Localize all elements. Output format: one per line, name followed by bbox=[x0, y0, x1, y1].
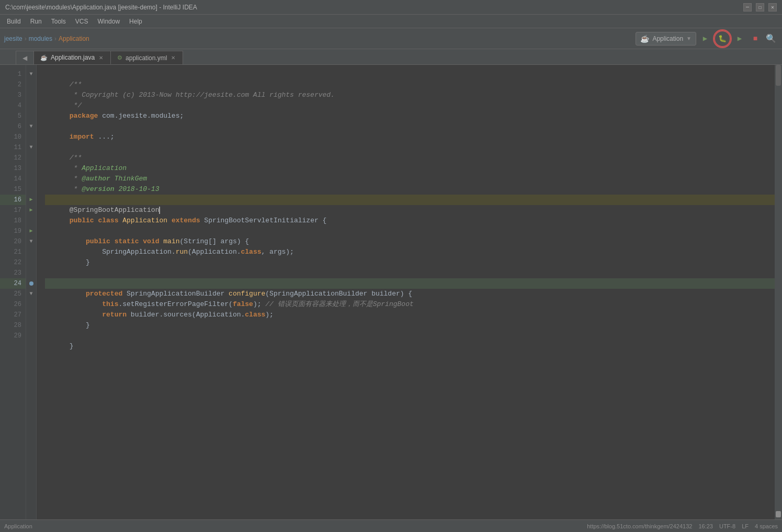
menu-tools[interactable]: Tools bbox=[47, 16, 70, 27]
gutter-28 bbox=[26, 320, 36, 331]
window-title: C:\com\jeesite\modules\Application.java … bbox=[5, 4, 197, 11]
editor-container: 1 2 3 4 5 6 10 11 12 13 14 15 16 17 18 1… bbox=[0, 65, 782, 519]
code-line-19: public static void main(String[] args) { bbox=[45, 226, 782, 236]
gutter-fold-1[interactable]: ▼ bbox=[26, 69, 36, 80]
tab-label-java: Application.java bbox=[51, 54, 95, 61]
line-num-25: 25 bbox=[0, 289, 26, 299]
minimize-button[interactable]: — bbox=[743, 3, 752, 12]
status-url[interactable]: https://blog.51cto.com/thinkgem/2424132 bbox=[587, 523, 692, 529]
gutter-fold-24b[interactable]: ▼ bbox=[26, 289, 36, 299]
code-line-23: @Override bbox=[45, 268, 782, 278]
code-line-27: } bbox=[45, 310, 782, 320]
code-editor[interactable]: /** * Copyright (c) 2013-Now http://jees… bbox=[37, 65, 782, 519]
debug-button-container[interactable]: 🐛 bbox=[714, 30, 731, 47]
toolbar: jeesite › modules › Application ☕ Applic… bbox=[0, 28, 782, 49]
scroll-thumb[interactable] bbox=[776, 65, 781, 86]
status-encoding[interactable]: UTF-8 bbox=[719, 523, 735, 529]
breadcrumb: jeesite › modules › Application bbox=[4, 35, 89, 42]
code-line-24: protected SpringApplicationBuilder confi… bbox=[45, 278, 782, 289]
gutter-run-17[interactable]: ▶ bbox=[26, 205, 36, 216]
line-num-13: 13 bbox=[0, 163, 26, 174]
gutter-14 bbox=[26, 174, 36, 184]
line-num-16: 16 bbox=[0, 195, 26, 205]
tab-collapse-btn[interactable]: ◀ bbox=[16, 51, 34, 64]
gutter-2 bbox=[26, 80, 36, 90]
status-position[interactable]: 16:23 bbox=[698, 523, 713, 529]
line-num-27: 27 bbox=[0, 310, 26, 320]
code-line-1: /** bbox=[45, 69, 782, 80]
minimap-icon[interactable] bbox=[776, 511, 781, 517]
breadcrumb-sep-2: › bbox=[54, 35, 56, 42]
gutter-12 bbox=[26, 153, 36, 163]
close-button[interactable]: ✕ bbox=[768, 3, 777, 12]
code-line-25: this.setRegisterErrorPageFilter(false); … bbox=[45, 289, 782, 299]
line-num-20: 20 bbox=[0, 236, 26, 247]
stop-button[interactable]: ■ bbox=[749, 32, 762, 46]
status-line-separator[interactable]: LF bbox=[742, 523, 749, 529]
gutter-29 bbox=[26, 331, 36, 341]
run-config-label: Application bbox=[652, 35, 683, 42]
menu-window[interactable]: Window bbox=[93, 16, 124, 27]
menu-vcs[interactable]: VCS bbox=[71, 16, 93, 27]
code-line-14: * @version 2018-10-13 bbox=[45, 174, 782, 184]
code-line-3: */ bbox=[45, 90, 782, 100]
code-line-15: */ bbox=[45, 184, 782, 195]
breadcrumb-project[interactable]: jeesite bbox=[4, 35, 22, 42]
code-line-12: * Application bbox=[45, 153, 782, 163]
run-config-selector[interactable]: ☕ Application ▼ bbox=[636, 32, 696, 46]
line-num-4: 4 bbox=[0, 100, 26, 111]
gutter-run-16[interactable]: ▶ bbox=[26, 195, 36, 205]
gutter-15 bbox=[26, 184, 36, 195]
status-bar: Application https://blog.51cto.com/think… bbox=[0, 519, 782, 532]
tab-close-java[interactable]: ✕ bbox=[98, 54, 104, 61]
tab-application-java[interactable]: ☕ Application.java ✕ bbox=[34, 51, 111, 64]
gutter-3 bbox=[26, 90, 36, 100]
gutter: ▼ ▼ ▼ ▶ ▶ ▶ ▼ ▼ bbox=[26, 65, 37, 519]
menu-build[interactable]: Build bbox=[3, 16, 25, 27]
gutter-fold-19b[interactable]: ▼ bbox=[26, 236, 36, 247]
line-num-6: 6 bbox=[0, 121, 26, 132]
code-line-13: * @author ThinkGem bbox=[45, 163, 782, 174]
line-num-24: 24 bbox=[0, 278, 26, 289]
line-num-14: 14 bbox=[0, 174, 26, 184]
code-line-11: /** bbox=[45, 142, 782, 153]
editor-scrollbar[interactable] bbox=[775, 65, 782, 519]
status-indent[interactable]: 4 spaces bbox=[755, 523, 778, 529]
menu-help[interactable]: Help bbox=[125, 16, 146, 27]
gutter-run-19[interactable]: ▶ bbox=[26, 226, 36, 236]
run-button[interactable]: ▶ bbox=[698, 32, 712, 46]
gutter-fold-6[interactable]: ▼ bbox=[26, 121, 36, 132]
code-line-17: public class Application extends SpringB… bbox=[45, 205, 782, 216]
run-coverage-button[interactable]: ▶ bbox=[733, 32, 746, 46]
line-num-15: 15 bbox=[0, 184, 26, 195]
tab-close-yml[interactable]: ✕ bbox=[170, 54, 176, 61]
line-num-3: 3 bbox=[0, 90, 26, 100]
code-line-21: } bbox=[45, 247, 782, 257]
collapse-icon: ◀ bbox=[22, 54, 27, 62]
line-num-5: 5 bbox=[0, 111, 26, 121]
status-right: https://blog.51cto.com/thinkgem/2424132 … bbox=[587, 523, 778, 529]
line-num-12: 12 bbox=[0, 153, 26, 163]
code-line-16: @SpringBootApplication bbox=[45, 195, 782, 205]
gutter-23 bbox=[26, 268, 36, 278]
debug-button[interactable]: 🐛 bbox=[714, 30, 731, 47]
menu-run[interactable]: Run bbox=[26, 16, 46, 27]
tab-bar: ◀ ☕ Application.java ✕ ⚙ application.yml… bbox=[0, 49, 782, 65]
maximize-button[interactable]: ☐ bbox=[756, 3, 764, 12]
code-line-22 bbox=[45, 257, 782, 268]
line-num-22: 22 bbox=[0, 257, 26, 268]
status-app-name[interactable]: Application bbox=[4, 523, 32, 529]
window-controls: — ☐ ✕ bbox=[743, 3, 777, 12]
line-num-10: 10 bbox=[0, 132, 26, 142]
breadcrumb-module[interactable]: modules bbox=[29, 35, 52, 42]
tab-application-yml[interactable]: ⚙ application.yml ✕ bbox=[111, 51, 183, 64]
code-line-18 bbox=[45, 216, 782, 226]
search-button[interactable]: 🔍 bbox=[764, 32, 778, 46]
title-bar: C:\com\jeesite\modules\Application.java … bbox=[0, 0, 782, 15]
code-line-28 bbox=[45, 320, 782, 331]
code-line-26: return builder.sources(Application.class… bbox=[45, 299, 782, 310]
gutter-fold-11[interactable]: ▼ bbox=[26, 142, 36, 153]
code-line-2: * Copyright (c) 2013-Now http://jeesite.… bbox=[45, 80, 782, 90]
breadcrumb-file[interactable]: Application bbox=[59, 35, 89, 42]
line-num-1: 1 bbox=[0, 69, 26, 80]
